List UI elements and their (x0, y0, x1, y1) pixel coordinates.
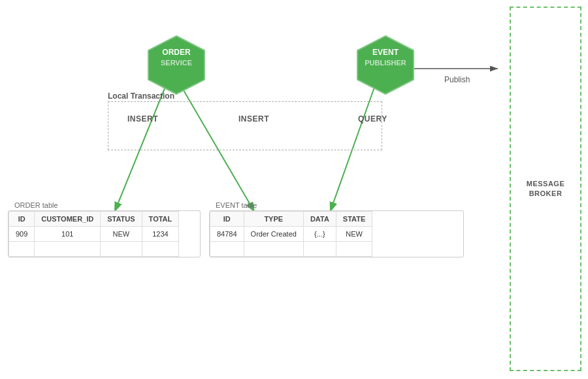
event-row1-type: Order Created (244, 227, 303, 242)
event-col-state: STATE (336, 212, 372, 227)
order-service-hex: ORDER SERVICE (144, 33, 209, 97)
local-transaction-box (108, 101, 382, 150)
query-label: QUERY (358, 114, 387, 124)
order-col-customer: CUSTOMER_ID (35, 212, 101, 227)
order-row1-total: 1234 (142, 227, 179, 242)
message-broker-label: MESSAGE BROKER (527, 179, 565, 199)
message-broker-box: MESSAGE BROKER (510, 7, 581, 371)
order-table: ID CUSTOMER_ID STATUS TOTAL 909 101 NEW … (8, 210, 201, 257)
order-row1-status: NEW (101, 227, 142, 242)
event-table-title: EVENT table (216, 201, 257, 209)
order-col-total: TOTAL (142, 212, 179, 227)
event-row-empty (210, 242, 372, 257)
order-row1-customer: 101 (35, 227, 101, 242)
order-col-id: ID (9, 212, 35, 227)
event-col-type: TYPE (244, 212, 303, 227)
event-table: ID TYPE DATA STATE 84784 Order Created {… (209, 210, 464, 257)
order-col-status: STATUS (101, 212, 142, 227)
event-col-id: ID (210, 212, 244, 227)
order-service-label-line2: SERVICE (144, 58, 209, 68)
event-row1-data: {...} (303, 227, 336, 242)
event-publisher-hex: EVENT PUBLISHER (353, 33, 418, 97)
arrows-svg (0, 0, 588, 379)
event-row1-id: 84784 (210, 227, 244, 242)
order-row-empty (9, 242, 179, 257)
event-publisher-label-line2: PUBLISHER (353, 58, 418, 68)
publish-label: Publish (444, 75, 470, 84)
event-col-data: DATA (303, 212, 336, 227)
event-row1-state: NEW (336, 227, 372, 242)
order-row1-id: 909 (9, 227, 35, 242)
insert-label-1: INSERT (127, 114, 158, 124)
order-table-title: ORDER table (14, 201, 58, 209)
insert-label-2: INSERT (238, 114, 269, 124)
local-transaction-label: Local Transaction (108, 91, 174, 101)
order-service-label-line1: ORDER (144, 47, 209, 58)
event-publisher-label-line1: EVENT (353, 47, 418, 58)
order-row-1: 909 101 NEW 1234 (9, 227, 179, 242)
event-row-1: 84784 Order Created {...} NEW (210, 227, 372, 242)
diagram-container: ORDER SERVICE EVENT PUBLISHER Publish Lo… (0, 0, 588, 379)
